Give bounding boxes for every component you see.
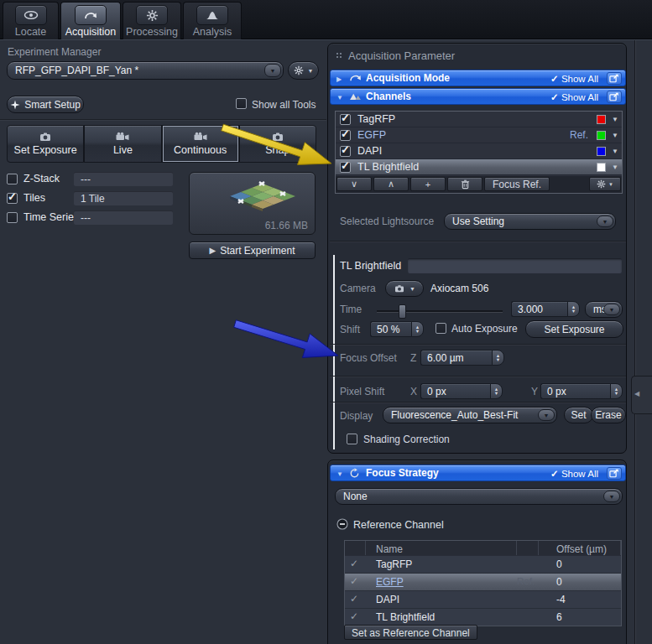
chevron-down-icon[interactable]: ▼ xyxy=(612,116,618,123)
chevron-down-icon[interactable]: ▼ xyxy=(612,148,618,155)
shift-value[interactable]: 50 % xyxy=(370,321,411,337)
z-stack-label: Z-Stack xyxy=(23,173,60,184)
reference-row-tl-brightfield[interactable]: ✓ TL Brightfield 6 xyxy=(345,608,621,626)
channel-list: TagRFP ▼ EGFP Ref. ▼ DAPI ▼ xyxy=(335,111,623,194)
experiment-options-button[interactable]: ▼ xyxy=(288,61,319,80)
channel-options-button[interactable]: ▼ xyxy=(589,177,621,191)
channel-row-egfp[interactable]: EGFP Ref. ▼ xyxy=(336,127,622,143)
chevron-down-icon[interactable] xyxy=(603,491,620,502)
channels-header[interactable]: ▼ Channels Show All xyxy=(330,88,626,105)
pixel-x-value[interactable]: 0 px xyxy=(420,383,490,399)
expanded-arrow-icon[interactable]: ▼ xyxy=(336,94,343,101)
focus-strategy-select[interactable]: None xyxy=(335,488,623,505)
shift-label: Shift xyxy=(340,324,360,335)
channel-color-swatch[interactable] xyxy=(597,115,606,124)
time-series-checkbox[interactable] xyxy=(7,212,18,223)
mountains-icon xyxy=(349,91,362,101)
undock-icon[interactable] xyxy=(607,467,622,480)
channel-checkbox[interactable] xyxy=(340,146,351,157)
set-exposure-small-button[interactable]: Set Exposure xyxy=(525,320,623,338)
panel-collapse-handle[interactable] xyxy=(631,376,652,414)
camera-value: Axiocam 506 xyxy=(430,283,488,294)
time-slider-handle[interactable] xyxy=(399,304,406,319)
tab-processing[interactable]: Processing xyxy=(123,2,181,39)
show-all-tools-checkbox[interactable] xyxy=(236,98,247,109)
channel-color-swatch[interactable] xyxy=(597,147,606,156)
display-set-button[interactable]: Set xyxy=(564,407,593,423)
move-channel-up-button[interactable]: ∧ xyxy=(373,177,409,191)
experiment-select[interactable]: RFP_GFP_DAPI_BF_Yan * xyxy=(7,61,284,80)
time-value[interactable]: 3.000 xyxy=(511,301,567,317)
tab-analysis[interactable]: Analysis xyxy=(183,2,242,39)
spinner-arrows-icon[interactable] xyxy=(411,321,424,337)
chevron-down-icon[interactable] xyxy=(597,216,613,227)
show-all-toggle[interactable]: Show All xyxy=(550,91,598,103)
channel-name-input[interactable] xyxy=(408,258,622,273)
show-all-toggle[interactable]: Show All xyxy=(550,468,598,480)
live-button[interactable]: Live xyxy=(84,125,161,163)
shift-spinner[interactable]: 50 % xyxy=(370,321,424,337)
time-slider-track[interactable] xyxy=(377,310,503,312)
expanded-arrow-icon[interactable]: ▼ xyxy=(336,470,343,478)
chevron-down-icon[interactable] xyxy=(538,409,555,421)
snap-button[interactable]: Snap xyxy=(239,125,316,163)
continuous-button[interactable]: Continuous xyxy=(162,125,239,163)
camera-select-button[interactable]: ▼ xyxy=(385,280,424,297)
focus-ref-button[interactable]: Focus Ref. xyxy=(484,177,550,191)
add-channel-button[interactable]: + xyxy=(410,177,446,191)
display-select[interactable]: Fluorescence_Auto_Best-Fit xyxy=(383,407,557,423)
display-erase-button[interactable]: Erase xyxy=(591,407,626,423)
tiles-checkbox[interactable] xyxy=(7,193,18,204)
channel-checkbox[interactable] xyxy=(340,162,351,173)
channel-row-dapi[interactable]: DAPI ▼ xyxy=(336,143,622,159)
channel-color-swatch[interactable] xyxy=(597,163,606,172)
spinner-arrows-icon[interactable] xyxy=(490,383,503,399)
spinner-arrows-icon[interactable] xyxy=(610,383,623,399)
collapse-circle-icon[interactable] xyxy=(336,518,348,530)
start-experiment-button[interactable]: ▶ Start Experiment xyxy=(189,242,316,259)
move-channel-down-button[interactable]: ∨ xyxy=(336,177,372,191)
pixel-y-spinner[interactable]: 0 px xyxy=(540,383,623,399)
reference-row-tagrfp[interactable]: ✓ TagRFP 0 xyxy=(345,555,621,573)
lightsource-select[interactable]: Use Setting xyxy=(444,213,616,230)
smart-setup-button[interactable]: Smart Setup xyxy=(7,96,84,113)
z-stack-checkbox[interactable] xyxy=(7,174,18,184)
reference-row-egfp[interactable]: ✓ EGFP Ref. 0 xyxy=(345,573,621,590)
time-unit-select[interactable]: ms xyxy=(585,301,623,318)
column-name: Name xyxy=(366,541,517,555)
focus-offset-spinner[interactable]: 6.00 µm xyxy=(420,350,504,366)
auto-exposure-checkbox[interactable] xyxy=(436,323,446,334)
spinner-arrows-icon[interactable] xyxy=(492,350,504,366)
channel-color-swatch[interactable] xyxy=(597,131,606,140)
focus-strategy-header[interactable]: ▼ Focus Strategy Show All xyxy=(330,465,626,481)
chevron-down-icon[interactable]: ▼ xyxy=(612,132,618,139)
pixel-x-label: X xyxy=(410,386,417,397)
set-as-reference-channel-button[interactable]: Set as Reference Channel xyxy=(344,625,477,640)
reference-row-dapi[interactable]: ✓ DAPI -4 xyxy=(345,590,621,608)
set-exposure-button[interactable]: Set Exposure xyxy=(7,125,84,163)
pixel-x-spinner[interactable]: 0 px xyxy=(420,383,503,399)
channel-checkbox[interactable] xyxy=(340,114,351,125)
focus-offset-value[interactable]: 6.00 µm xyxy=(420,350,492,366)
spinner-arrows-icon[interactable] xyxy=(567,301,580,317)
undock-icon[interactable] xyxy=(607,91,622,103)
show-all-toggle[interactable]: Show All xyxy=(550,73,598,85)
pixel-y-value[interactable]: 0 px xyxy=(540,383,610,399)
delete-channel-button[interactable] xyxy=(447,177,482,191)
collapsed-arrow-icon[interactable]: ▶ xyxy=(336,75,342,83)
reference-channel-title: Reference Channel xyxy=(353,519,444,531)
channel-row-tagrfp[interactable]: TagRFP ▼ xyxy=(336,112,622,127)
acquisition-mode-header[interactable]: ▶ Acquisition Mode Show All xyxy=(330,70,626,86)
undock-icon[interactable] xyxy=(607,72,622,85)
shading-correction-checkbox[interactable] xyxy=(347,434,357,444)
tab-locate[interactable]: Locate xyxy=(3,2,59,39)
channel-row-tl-brightfield[interactable]: TL Brightfield ▼ xyxy=(336,159,622,175)
chevron-down-icon[interactable] xyxy=(603,304,620,315)
time-spinner[interactable]: 3.000 xyxy=(511,301,580,317)
channel-checkbox[interactable] xyxy=(340,130,351,141)
panel-splitter[interactable] xyxy=(634,40,635,644)
chevron-down-icon[interactable]: ▼ xyxy=(612,164,618,171)
channel-detail-indicator xyxy=(333,255,335,449)
tab-acquisition[interactable]: Acquisition xyxy=(60,2,121,39)
chevron-down-icon[interactable] xyxy=(264,64,281,77)
